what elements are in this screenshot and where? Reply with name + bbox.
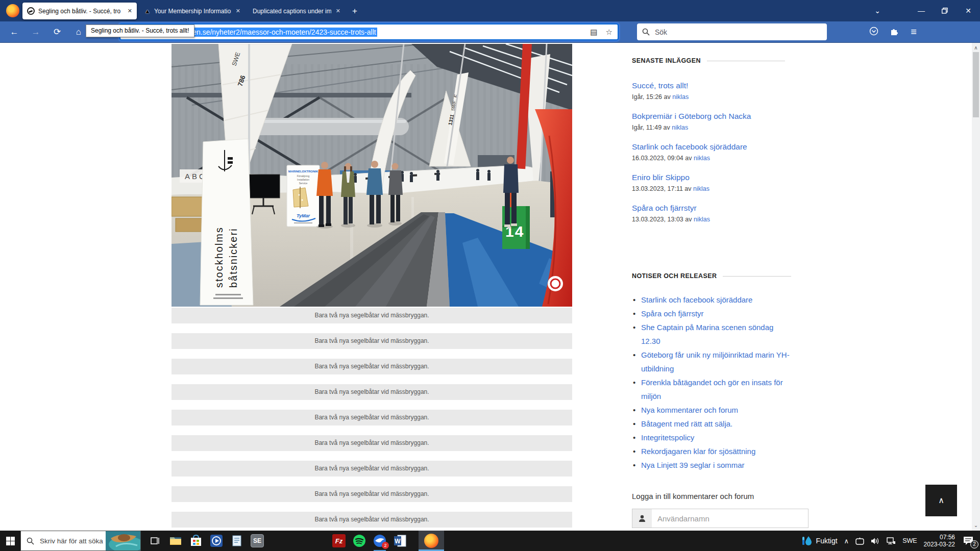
start-button[interactable] xyxy=(0,531,20,551)
notices-section: NOTISER OCH RELEASER •Starlink och faceb… xyxy=(632,272,791,472)
caption-list: Bara två nya segelbåtar vid mässbryggan.… xyxy=(172,308,572,528)
notice-link[interactable]: •Starlink och facebook sjöräddare xyxy=(632,293,791,307)
web-page-content: SWE 786 Prolin F SWE 1311 xyxy=(0,43,972,531)
action-center-button[interactable]: 2 xyxy=(962,534,975,547)
notice-link[interactable]: •Nya Linjett 39 seglar i sommar xyxy=(632,458,791,472)
firefox-app-icon[interactable] xyxy=(6,4,19,17)
thunderbird-icon[interactable]: 2 xyxy=(370,531,390,551)
post-author-link[interactable]: niklas xyxy=(672,93,689,101)
firefox-icon xyxy=(424,534,438,548)
browser-search-bar[interactable] xyxy=(637,23,827,40)
notice-link[interactable]: •Förenkla båtägandet och gör en insats f… xyxy=(632,375,791,403)
language-indicator[interactable]: SWE xyxy=(902,537,917,544)
post-link[interactable]: Bokpremiär i Göteborg och Nacka xyxy=(632,111,785,121)
extensions-puzzle-icon[interactable] xyxy=(888,27,900,38)
tray-expand-icon[interactable]: ∧ xyxy=(844,537,849,545)
spotify-icon[interactable] xyxy=(349,531,370,551)
taskbar-search-box[interactable] xyxy=(20,531,141,551)
post-meta: 13.03.2023, 13:03 av xyxy=(632,216,694,223)
pocket-icon[interactable] xyxy=(868,27,880,38)
tablet-device-icon[interactable] xyxy=(855,537,864,545)
caption-bar: Bara två nya segelbåtar vid mässbryggan. xyxy=(172,359,572,374)
window-close-button[interactable]: ✕ xyxy=(960,4,977,17)
username-input[interactable] xyxy=(652,509,808,528)
banner-text-line1: stockholms xyxy=(213,227,225,288)
bookmark-star-icon[interactable]: ☆ xyxy=(606,28,612,37)
caption-bar: Bara två nya segelbåtar vid mässbryggan. xyxy=(172,512,572,528)
boat-show-photo: SWE 786 Prolin F SWE 1311 xyxy=(172,44,572,307)
caption-bar: Bara två nya segelbåtar vid mässbryggan. xyxy=(172,435,572,451)
post-link[interactable]: Spåra och fjärrstyr xyxy=(632,203,785,213)
post-author-link[interactable]: niklas xyxy=(693,185,709,192)
post-meta: Igår, 15:26 av xyxy=(632,93,672,101)
hamburger-menu-icon[interactable]: ≡ xyxy=(908,27,920,38)
new-tab-button[interactable]: + xyxy=(348,5,361,18)
notice-link[interactable]: •Båtagent med rätt att sälja. xyxy=(632,417,791,431)
post-link[interactable]: Eniro blir Skippo xyxy=(632,172,785,182)
weather-widget[interactable]: Fuktigt xyxy=(802,535,838,546)
forward-icon[interactable]: → xyxy=(29,26,43,39)
window-minimize-button[interactable]: — xyxy=(913,4,930,17)
notepad-icon[interactable] xyxy=(227,531,247,551)
scrollbar-thumb[interactable] xyxy=(973,52,979,117)
tray-date: 2023-03-22 xyxy=(924,541,955,548)
notice-link[interactable]: •Göteborg får unik ny miljöinriktad mari… xyxy=(632,348,791,375)
search-icon xyxy=(27,537,34,545)
tray-time: 07:56 xyxy=(924,534,955,541)
task-view-button[interactable] xyxy=(145,531,165,551)
post-author-link[interactable]: niklas xyxy=(672,124,688,131)
clock[interactable]: 07:56 2023-03-22 xyxy=(924,534,955,548)
tab-list-chevron-icon[interactable]: ⌄ xyxy=(869,4,886,17)
bullet-icon: • xyxy=(633,375,635,389)
browser-toolbar: ← → ⟳ ⌂ https: //www.sittbrunnen.se/nyhe… xyxy=(0,21,980,43)
notice-link[interactable]: •She Captain på Marina scenen söndag 12.… xyxy=(632,320,791,348)
bullet-icon: • xyxy=(633,417,635,431)
caption-bar: Bara två nya segelbåtar vid mässbryggan. xyxy=(172,384,572,400)
back-icon[interactable]: ← xyxy=(7,26,21,39)
notice-link[interactable]: •Rekordjagaren klar för sjösättning xyxy=(632,444,791,458)
se-app-icon[interactable]: SE xyxy=(247,531,267,551)
post-author-link[interactable]: niklas xyxy=(694,216,710,223)
tab-membership-information[interactable]: ▲ Your Membership Information ✕ xyxy=(140,3,245,19)
search-highlight-art xyxy=(106,531,140,550)
page-scrollbar[interactable]: ∧ ⌄ xyxy=(972,43,980,531)
post-link[interactable]: Succé, trots allt! xyxy=(632,81,785,90)
notice-link[interactable]: •Spåra och fjärrstyr xyxy=(632,307,791,320)
reader-mode-icon[interactable]: ▤ xyxy=(590,28,597,37)
home-icon[interactable]: ⌂ xyxy=(71,26,86,39)
bullet-icon: • xyxy=(633,403,635,417)
tab-close-icon[interactable]: ✕ xyxy=(128,8,132,14)
post-link[interactable]: Starlink och facebook sjöräddare xyxy=(632,142,785,152)
window-restore-button[interactable] xyxy=(936,4,953,17)
system-tray: Fuktigt ∧ SWE 07:56 2023-03-22 2 xyxy=(802,534,980,548)
notice-link[interactable]: •Integritetspolicy xyxy=(632,431,791,444)
word-icon[interactable]: W xyxy=(390,531,410,551)
notice-link[interactable]: •Nya kommentarer och forum xyxy=(632,403,791,417)
search-icon xyxy=(642,28,650,36)
address-bar[interactable]: https: //www.sittbrunnen.se/nyheter2/mae… xyxy=(119,23,619,40)
search-input[interactable] xyxy=(654,28,822,37)
tab-title: Your Membership Information xyxy=(154,8,231,15)
filezilla-icon[interactable]: Fz xyxy=(329,531,349,551)
tab-segling-och-batliv[interactable]: Segling och båtliv. - Succé, tro ✕ xyxy=(22,3,137,19)
scroll-up-icon[interactable]: ∧ xyxy=(972,44,980,52)
humidity-icon xyxy=(802,535,812,546)
microsoft-store-icon[interactable] xyxy=(186,531,206,551)
network-icon[interactable] xyxy=(887,537,896,545)
firefox-taskbar-button[interactable] xyxy=(419,531,444,551)
file-explorer-icon[interactable] xyxy=(165,531,186,551)
tab-close-icon[interactable]: ✕ xyxy=(336,8,340,14)
tab-duplicated-captions[interactable]: Duplicated captions under images. ✕ xyxy=(248,3,345,19)
post-author-link[interactable]: niklas xyxy=(694,155,710,162)
taskbar-search-input[interactable] xyxy=(39,537,110,545)
media-player-icon[interactable] xyxy=(206,531,227,551)
bullet-icon: • xyxy=(633,431,635,444)
bullet-icon: • xyxy=(633,293,635,307)
back-to-top-button[interactable]: ∧ xyxy=(925,485,957,516)
reload-icon[interactable]: ⟳ xyxy=(50,26,64,39)
speaker-icon[interactable] xyxy=(871,537,880,545)
notices-heading: NOTISER OCH RELEASER xyxy=(632,272,791,280)
scroll-down-icon[interactable]: ⌄ xyxy=(972,521,980,530)
post-item: Spåra och fjärrstyr 13.03.2023, 13:03 av… xyxy=(632,203,785,223)
tab-close-icon[interactable]: ✕ xyxy=(236,8,240,14)
